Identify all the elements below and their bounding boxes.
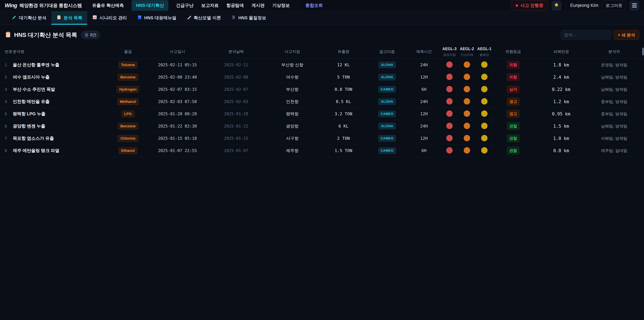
row-name: 여수 엠프시아 누출: [13, 74, 109, 80]
clipboard-icon: [56, 15, 62, 21]
row-aegl2: [458, 61, 476, 69]
page-head: HNS 대기확산 분석 목록 총 8건 + 새 분석: [0, 30, 644, 40]
row-algorithm: CAMEO: [367, 86, 407, 93]
tab-4[interactable]: 확산모델 이론: [182, 11, 226, 25]
row-analysis-date: 2025-01-28: [208, 112, 265, 116]
table-row[interactable]: 1울산 온산항 톨루엔 누출Toluene2025-02-11 05:15202…: [0, 59, 644, 71]
tab-1[interactable]: 분석 목록: [51, 11, 87, 25]
row-analysis-date: 2025-02-07: [208, 87, 265, 92]
header-no: 번호: [5, 49, 13, 54]
row-aegl2: [458, 123, 476, 130]
row-aegl3: [441, 61, 458, 69]
algorithm-badge: CAMEO: [378, 135, 396, 142]
table-row[interactable]: 5평택항 LPG 누출LPG2025-01-28 00:202025-01-28…: [0, 108, 644, 120]
incident-dot-icon: [516, 4, 518, 7]
incident-status-badge[interactable]: 사고 진행중: [511, 0, 548, 11]
row-duration: 12H: [407, 111, 441, 116]
row-grade: 관찰: [493, 122, 533, 130]
row-aegl2: [458, 74, 476, 81]
row-analysis-date: 2025-02-03: [208, 99, 265, 104]
grade-badge: 심각: [507, 85, 520, 94]
search-input[interactable]: [561, 30, 611, 40]
aegl3-indicator-icon: [446, 74, 453, 80]
row-grade: 위험: [493, 61, 533, 69]
header-substance: 물질: [109, 49, 147, 54]
logout-button[interactable]: 로그아웃: [602, 1, 626, 10]
row-aegl3: [441, 86, 458, 93]
row-analyst: 중부팀, 방재팀: [589, 111, 639, 117]
header-amount: 유출량: [320, 49, 367, 54]
row-substance: Ethanol: [109, 147, 147, 154]
nav-item-3[interactable]: 보고자료: [201, 3, 219, 9]
nav-item-7[interactable]: 통합조회: [306, 3, 323, 9]
row-analysis-date: 2025-02-08: [208, 75, 265, 80]
nav-item-2[interactable]: 긴급구난: [176, 3, 194, 9]
menu-button[interactable]: [630, 1, 639, 11]
table-row[interactable]: 6광양항 벤젠 누출Benzene2025-01-22 02:302025-01…: [0, 120, 644, 132]
table-row[interactable]: 8제주 에탄올링 탱크 파열Ethanol2025-01-07 22:55202…: [0, 145, 644, 157]
row-no: 8: [5, 148, 13, 153]
row-substance: Toluene: [109, 61, 147, 69]
row-location: 부산항 신항: [265, 62, 320, 68]
row-name: 광양항 벤젠 누출: [13, 123, 109, 129]
substance-badge: Toluene: [118, 61, 138, 69]
header-name: 분석명: [13, 49, 109, 54]
nav-divider: [298, 2, 298, 9]
aegl2-indicator-icon: [464, 123, 470, 129]
nav-item-1[interactable]: HNS·대기확산: [132, 0, 168, 11]
row-duration: 24H: [407, 99, 441, 104]
header-datetime: 사고일시: [147, 49, 208, 54]
row-algorithm: CAMEO: [367, 147, 407, 154]
chart-icon: [92, 15, 97, 21]
tab-3[interactable]: HNS 대응매뉴얼: [132, 11, 182, 25]
row-grade: 심각: [493, 85, 533, 94]
nav-item-0[interactable]: 유출유 확산예측: [92, 3, 124, 9]
table-scrollbar-thumb[interactable]: [642, 48, 644, 55]
row-analyst: 서해팀, 방재팀: [589, 136, 639, 141]
tab-2[interactable]: 시나리오 관리: [87, 11, 132, 25]
aegl3-indicator-icon: [446, 147, 453, 154]
row-name: 인천항 메탄올 유출: [13, 99, 109, 105]
grade-badge: 경고: [507, 98, 520, 106]
tab-0[interactable]: 대기확산 분석: [7, 11, 51, 25]
page-title: HNS 대기확산 분석 목록: [14, 31, 77, 39]
aegl2-indicator-icon: [464, 110, 470, 117]
row-analyst: 제주팀, 일대팀: [589, 148, 639, 153]
notification-button[interactable]: [552, 1, 561, 11]
aegl1-indicator-icon: [481, 61, 488, 68]
aegl3-indicator-icon: [446, 61, 453, 68]
row-no: 4: [5, 99, 13, 104]
header-aegl3: AEGL-3 생명위험: [441, 46, 458, 57]
row-radius: 0.22 km: [533, 87, 589, 92]
row-analysis-date: 2025-01-07: [208, 148, 265, 153]
row-amount: 5 TON: [320, 75, 367, 80]
table-row[interactable]: 3부산 수소 추진연 폭발Hydrogen2025-02-07 03:15202…: [0, 83, 644, 96]
algorithm-badge: CAMEO: [378, 86, 396, 93]
nav-item-6[interactable]: 기상정보: [272, 3, 290, 9]
row-grade: 경고: [493, 110, 533, 118]
analysis-table: 번호 분석명 물질 사고일시 분석날짜 사고지점 유출량 알고리즘 예측시간 A…: [0, 45, 644, 157]
substance-badge: LPG: [121, 110, 134, 118]
new-analysis-button[interactable]: + 새 분석: [614, 30, 640, 40]
row-datetime: 2025-02-08 23:40: [147, 75, 208, 80]
table-row[interactable]: 4인천항 메탄올 유출Methanol2025-02-03 07:502025-…: [0, 96, 644, 108]
header-analysis-date: 분석날짜: [208, 49, 265, 54]
nav-item-5[interactable]: 게시판: [252, 3, 265, 9]
grade-badge: 관찰: [507, 134, 520, 142]
row-location: 평택항: [265, 111, 320, 117]
row-algorithm: ALOHA: [367, 74, 407, 81]
substance-badge: Chlorine: [118, 135, 138, 142]
table-row[interactable]: 7목포항 염소스가 유출Chlorine2025-01-15 05:102025…: [0, 132, 644, 145]
row-radius: 2.4 km: [533, 75, 589, 80]
row-datetime: 2025-01-15 05:10: [147, 136, 208, 141]
tab-5[interactable]: HNS 물질정보: [226, 11, 271, 25]
nav-item-4[interactable]: 항공탐색: [226, 3, 244, 9]
row-datetime: 2025-02-03 07:50: [147, 99, 208, 104]
app-logo[interactable]: Wing 해양환경 위기대응 통합시스템: [5, 2, 82, 9]
row-analyst: 남해팀, 방재팀: [589, 87, 639, 92]
incident-status-label: 사고 진행중: [520, 3, 544, 9]
table-row[interactable]: 2여수 엠프시아 누출Benzene2025-02-08 23:402025-0…: [0, 71, 644, 83]
row-aegl3: [441, 110, 458, 117]
row-analyst: 남해팀, 방재팀: [589, 75, 639, 80]
header-radius: 피해반경: [533, 49, 589, 54]
